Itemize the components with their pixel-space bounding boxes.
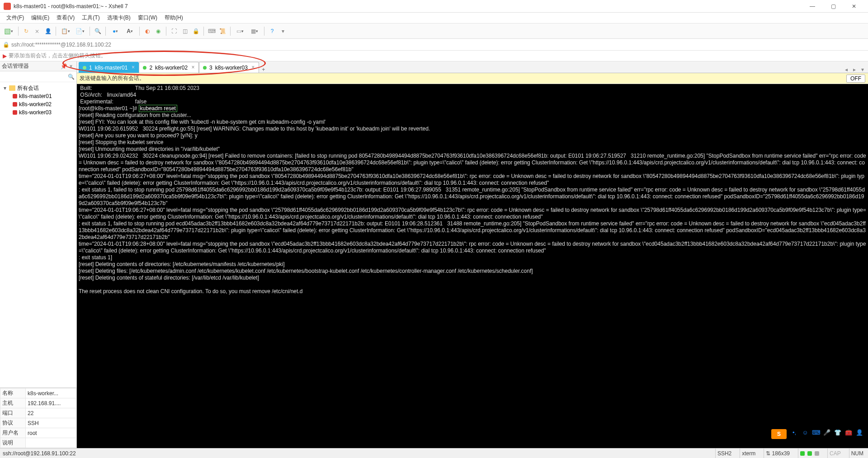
paste-button[interactable]: 📄▾ bbox=[73, 26, 87, 36]
tab-next-button[interactable]: ▸ bbox=[851, 66, 858, 73]
keymap-button[interactable]: ⌨ bbox=[207, 26, 217, 36]
xftp-button[interactable]: ◉ bbox=[153, 26, 163, 36]
separator bbox=[166, 27, 166, 36]
led-2-icon bbox=[807, 451, 812, 456]
find-button[interactable]: 🔍 bbox=[93, 26, 103, 36]
menu-edit[interactable]: 编辑(E) bbox=[28, 13, 53, 23]
lock-icon: 🔒 bbox=[3, 42, 9, 48]
help-button[interactable]: ? bbox=[267, 26, 277, 36]
status-leds bbox=[798, 449, 821, 458]
hint-bar: ▶ 要添加当前会话，点击左侧的箭头按钮。 bbox=[0, 51, 868, 61]
tree-item-worker03[interactable]: k8s-worker03 bbox=[1, 108, 75, 117]
panel-close-icon[interactable]: × bbox=[67, 63, 75, 70]
address-text[interactable]: ssh://root:************@192.168.91.100:2… bbox=[11, 42, 865, 48]
ime-mic-icon[interactable]: 🎤 bbox=[823, 428, 831, 436]
search-icon: 🔍 bbox=[68, 74, 75, 80]
menubar: 文件(F) 编辑(E) 查看(V) 工具(T) 选项卡(B) 窗口(W) 帮助(… bbox=[0, 13, 868, 23]
tab-close-icon[interactable]: × bbox=[250, 65, 256, 70]
tab-close-icon[interactable]: × bbox=[190, 65, 196, 70]
menu-tools[interactable]: 工具(T) bbox=[78, 13, 103, 23]
ime-emoji-icon[interactable]: ☺ bbox=[801, 428, 809, 436]
tab-worker03[interactable]: 3 k8s-worker03 × bbox=[199, 62, 259, 73]
pin-icon[interactable]: 📌 bbox=[60, 63, 67, 70]
fullscreen-button[interactable]: ⛶ bbox=[169, 26, 179, 36]
broadcast-bar: 发送键盘输入的所有会话。 OFF bbox=[77, 73, 868, 84]
profile-button[interactable]: 👤 bbox=[43, 26, 53, 36]
ime-toolbar: 中 •, ☺ ⌨ 🎤 👕 🧰 👤 bbox=[777, 427, 866, 437]
ime-user-icon[interactable]: 👤 bbox=[855, 428, 863, 436]
tab-label: k8s-worker02 bbox=[155, 65, 188, 71]
tree-root[interactable]: ▾ 所有会话 bbox=[1, 84, 75, 92]
transparent-button[interactable]: ◫ bbox=[180, 26, 190, 36]
status-ssh: SSH2 bbox=[715, 449, 733, 458]
session-manager-header: 会话管理器 📌 × bbox=[0, 61, 76, 71]
session-manager-title: 会话管理器 bbox=[2, 62, 60, 70]
menu-help[interactable]: 帮助(H) bbox=[161, 13, 187, 23]
terminal-pre: Built: Thu Sep 21 16:08:05 2023 OS/Arch:… bbox=[79, 85, 199, 105]
separator bbox=[18, 27, 19, 36]
tab-list-button[interactable]: ▾ bbox=[859, 66, 866, 73]
tree-item-master01[interactable]: k8s-master01 bbox=[1, 92, 75, 100]
tab-worker02[interactable]: 2 k8s-worker02 × bbox=[139, 62, 199, 73]
broadcast-toggle[interactable]: OFF bbox=[846, 75, 865, 83]
new-session-button[interactable]: ▧▾ bbox=[2, 26, 15, 36]
separator bbox=[56, 27, 56, 36]
highlight-button[interactable]: ●▾ bbox=[108, 26, 122, 36]
menu-window[interactable]: 窗口(W) bbox=[134, 13, 161, 23]
hint-text: 要添加当前会话，点击左侧的箭头按钮。 bbox=[9, 52, 106, 60]
tree-item-label: k8s-worker03 bbox=[19, 109, 52, 116]
host-icon bbox=[13, 110, 17, 115]
separator bbox=[90, 27, 90, 36]
maximize-button[interactable]: ▢ bbox=[823, 0, 844, 13]
terminal[interactable]: Built: Thu Sep 21 16:08:05 2023 OS/Arch:… bbox=[77, 84, 868, 448]
prop-row-name: 名称k8s-worker... bbox=[0, 388, 76, 398]
status-bar: ssh://root@192.168.91.100:22 SSH2 xterm … bbox=[0, 448, 868, 458]
ime-tools-icon[interactable]: 🧰 bbox=[844, 428, 853, 436]
separator bbox=[203, 27, 204, 36]
tree-root-label: 所有会话 bbox=[17, 84, 39, 92]
tab-bar: 1 k8s-master01 × 2 k8s-worker02 × 3 k8s-… bbox=[77, 61, 868, 73]
tab-label: k8s-worker03 bbox=[215, 65, 248, 71]
font-button[interactable]: A▾ bbox=[123, 26, 137, 36]
menu-tabs[interactable]: 选项卡(B) bbox=[104, 13, 134, 23]
ime-keyboard-icon[interactable]: ⌨ bbox=[812, 428, 820, 436]
script-button[interactable]: 📜 bbox=[217, 26, 227, 36]
reconnect-button[interactable]: ↻ bbox=[21, 26, 31, 36]
session-search[interactable]: 🔍 bbox=[0, 71, 76, 82]
xagent-button[interactable]: ◐ bbox=[142, 26, 152, 36]
toolbar: ▧▾ ↻ ⨯ 👤 📋▾ 📄▾ 🔍 ●▾ A▾ ◐ ◉ ⛶ ◫ 🔒 ⌨ 📜 ▭▾ … bbox=[0, 23, 868, 39]
ime-punct-icon[interactable]: •, bbox=[790, 428, 798, 436]
tab-master01[interactable]: 1 k8s-master01 × bbox=[79, 62, 139, 73]
lock-button[interactable]: 🔒 bbox=[191, 26, 201, 36]
content-area: 1 k8s-master01 × 2 k8s-worker02 × 3 k8s-… bbox=[77, 61, 868, 448]
status-dot-icon bbox=[83, 66, 86, 70]
ime-skin-icon[interactable]: 👕 bbox=[834, 428, 842, 436]
broadcast-text: 发送键盘输入的所有会话。 bbox=[80, 75, 846, 82]
minimize-button[interactable]: — bbox=[802, 0, 823, 13]
menu-file[interactable]: 文件(F) bbox=[3, 13, 28, 23]
terminal-output: [reset] Reading configuration from the c… bbox=[79, 112, 868, 294]
separator bbox=[264, 27, 264, 36]
led-1-icon bbox=[800, 451, 805, 456]
layout-tile-button[interactable]: ▦▾ bbox=[248, 26, 261, 36]
disconnect-button[interactable]: ⨯ bbox=[32, 26, 42, 36]
sogou-ime-icon[interactable]: S bbox=[771, 429, 787, 439]
status-num: NUM bbox=[849, 449, 865, 458]
status-caps: CAP bbox=[827, 449, 843, 458]
terminal-command: kubeadm reset bbox=[139, 105, 177, 112]
separator bbox=[139, 27, 140, 36]
tab-close-icon[interactable]: × bbox=[130, 65, 136, 70]
tree-item-worker02[interactable]: k8s-worker02 bbox=[1, 100, 75, 108]
tab-prev-button[interactable]: ◂ bbox=[843, 66, 850, 73]
separator bbox=[105, 27, 106, 36]
about-button[interactable]: ▾ bbox=[278, 26, 288, 36]
tab-label: k8s-master01 bbox=[95, 65, 128, 71]
menu-view[interactable]: 查看(V) bbox=[53, 13, 78, 23]
collapse-icon[interactable]: ▾ bbox=[3, 85, 7, 91]
close-button[interactable]: ✕ bbox=[844, 0, 864, 13]
copy-button[interactable]: 📋▾ bbox=[59, 26, 72, 36]
layout-horiz-button[interactable]: ▭▾ bbox=[233, 26, 247, 36]
new-tab-button[interactable]: + bbox=[259, 66, 268, 73]
app-icon bbox=[4, 3, 11, 10]
status-size: ⇅ 186x39 bbox=[764, 449, 792, 458]
